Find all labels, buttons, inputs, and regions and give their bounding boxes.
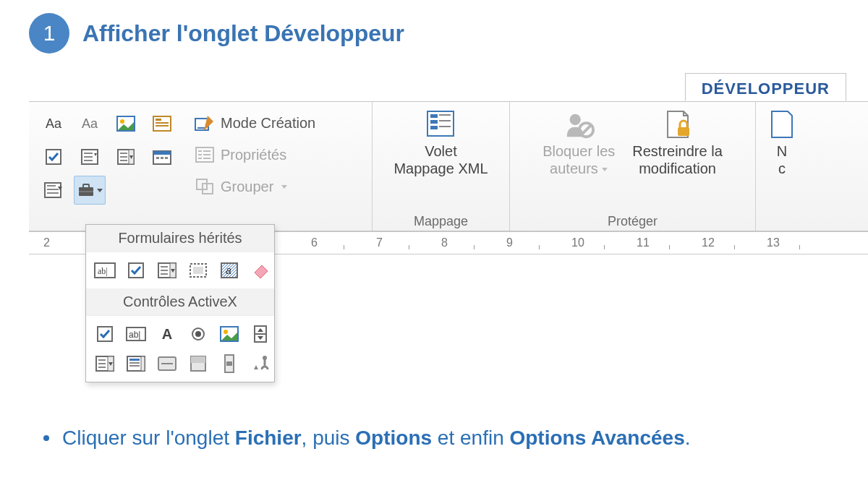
group-protect: Bloquer lesauteurs Restreindre lamodific… xyxy=(510,102,756,231)
activex-more-controls-button[interactable] xyxy=(246,350,275,377)
svg-rect-35 xyxy=(198,158,202,159)
template-icon xyxy=(766,109,798,140)
svg-text:ab|: ab| xyxy=(129,330,140,340)
group-button[interactable]: Grouper xyxy=(190,173,320,200)
rich-text-control-button[interactable]: Aa xyxy=(38,109,69,138)
legacy-dropdown-button[interactable] xyxy=(153,257,182,284)
legacy-tools-button[interactable] xyxy=(74,176,106,205)
svg-rect-86 xyxy=(226,361,232,366)
dropdown-list-control-button[interactable] xyxy=(110,142,142,171)
text-field-icon: ab| xyxy=(126,327,146,341)
chevron-down-icon xyxy=(97,189,103,192)
activex-option-button[interactable] xyxy=(184,320,213,348)
group-icon xyxy=(195,177,215,196)
combo-box-icon xyxy=(95,356,114,372)
restrict-editing-button[interactable]: Restreindre lamodification xyxy=(624,106,731,177)
design-mode-icon xyxy=(195,114,215,132)
ruler-number: 9 xyxy=(506,236,513,249)
svg-rect-3 xyxy=(156,119,161,121)
activex-textbox-button[interactable]: ab| xyxy=(122,320,150,348)
combo-box-control-button[interactable] xyxy=(74,142,106,171)
svg-line-48 xyxy=(582,125,591,134)
properties-button[interactable]: Propriétés xyxy=(190,141,320,168)
svg-rect-31 xyxy=(198,150,202,152)
svg-rect-74 xyxy=(98,367,106,368)
content-controls-grid: Aa Aa xyxy=(36,106,179,207)
scrollbar-icon xyxy=(224,354,234,373)
svg-rect-41 xyxy=(439,114,451,116)
image-icon xyxy=(220,326,239,342)
activex-toggle-button[interactable] xyxy=(184,350,213,377)
svg-rect-42 xyxy=(430,120,438,124)
svg-rect-32 xyxy=(203,150,210,152)
ruler-number: 6 xyxy=(311,236,318,249)
tab-developpeur[interactable]: DÉVELOPPEUR xyxy=(685,73,846,101)
design-mode-button[interactable]: Mode Création xyxy=(190,109,320,137)
eraser-icon xyxy=(252,262,269,278)
briefcase-icon xyxy=(77,183,95,197)
ruler-number: 10 xyxy=(571,236,584,249)
svg-rect-8 xyxy=(84,153,93,154)
xml-mapping-pane-button[interactable]: VoletMappage XML xyxy=(385,106,496,177)
dropdown-list-icon xyxy=(117,149,135,165)
activex-controls-header: Contrôles ActiveX xyxy=(86,288,274,316)
activex-checkbox-button[interactable] xyxy=(90,320,119,348)
legacy-checkbox-button[interactable] xyxy=(122,257,150,284)
ruler-number: 11 xyxy=(637,236,650,249)
svg-rect-79 xyxy=(129,365,140,367)
legacy-frame-button[interactable] xyxy=(184,257,213,284)
svg-point-87 xyxy=(263,356,267,360)
properties-label: Propriétés xyxy=(221,147,286,163)
legacy-reset-button[interactable] xyxy=(246,257,275,284)
activex-label-button[interactable]: A xyxy=(153,320,182,348)
step-number-badge: 1 xyxy=(29,13,69,53)
chevron-down-icon xyxy=(602,168,608,171)
svg-text:ab|: ab| xyxy=(98,266,108,276)
plain-text-control-button[interactable]: Aa xyxy=(74,109,106,138)
svg-rect-14 xyxy=(120,160,127,161)
svg-rect-82 xyxy=(161,363,173,364)
block-authors-button[interactable]: Bloquer lesauteurs xyxy=(534,106,624,177)
activex-combobox-button[interactable] xyxy=(90,350,119,377)
svg-rect-13 xyxy=(120,156,127,158)
checkbox-control-button[interactable] xyxy=(38,142,69,171)
activex-listbox-button[interactable] xyxy=(122,350,150,377)
svg-rect-33 xyxy=(198,154,202,155)
svg-rect-45 xyxy=(439,126,451,127)
clipped-button[interactable]: Nc xyxy=(763,106,807,177)
picture-control-button[interactable] xyxy=(110,109,142,138)
picture-icon xyxy=(116,114,136,133)
svg-rect-54 xyxy=(161,266,168,267)
spin-icon xyxy=(254,325,267,343)
activex-scrollbar-button[interactable] xyxy=(215,350,244,377)
ruler-tick xyxy=(539,245,540,249)
activex-image-button[interactable] xyxy=(215,320,244,348)
legacy-shading-button[interactable]: a xyxy=(215,257,244,284)
calendar-icon xyxy=(153,149,171,165)
svg-rect-78 xyxy=(129,362,140,364)
svg-rect-59 xyxy=(193,267,203,274)
design-mode-label: Mode Création xyxy=(221,115,315,132)
ribbon-tab-row: DÉVELOPPEUR xyxy=(29,69,868,101)
activex-spin-button[interactable] xyxy=(246,320,275,348)
svg-rect-77 xyxy=(129,359,140,361)
date-picker-control-button[interactable] xyxy=(146,142,178,171)
restrict-editing-icon xyxy=(662,109,694,140)
ruler-tick xyxy=(669,245,670,249)
block-authors-icon xyxy=(563,109,595,140)
svg-rect-12 xyxy=(120,153,127,154)
legacy-text-field-button[interactable]: ab| xyxy=(90,257,119,284)
listbox-icon xyxy=(127,356,145,372)
svg-rect-10 xyxy=(84,160,93,161)
button-icon xyxy=(158,356,176,371)
svg-rect-43 xyxy=(439,120,451,121)
repeating-section-control-button[interactable] xyxy=(38,176,69,205)
checkbox-icon xyxy=(128,262,144,278)
ruler-number: 13 xyxy=(767,236,780,249)
svg-rect-55 xyxy=(161,270,168,271)
svg-rect-49 xyxy=(678,127,689,136)
svg-rect-19 xyxy=(161,157,163,159)
building-block-control-button[interactable] xyxy=(146,109,178,138)
svg-rect-27 xyxy=(79,191,93,192)
activex-command-button[interactable] xyxy=(153,350,182,377)
